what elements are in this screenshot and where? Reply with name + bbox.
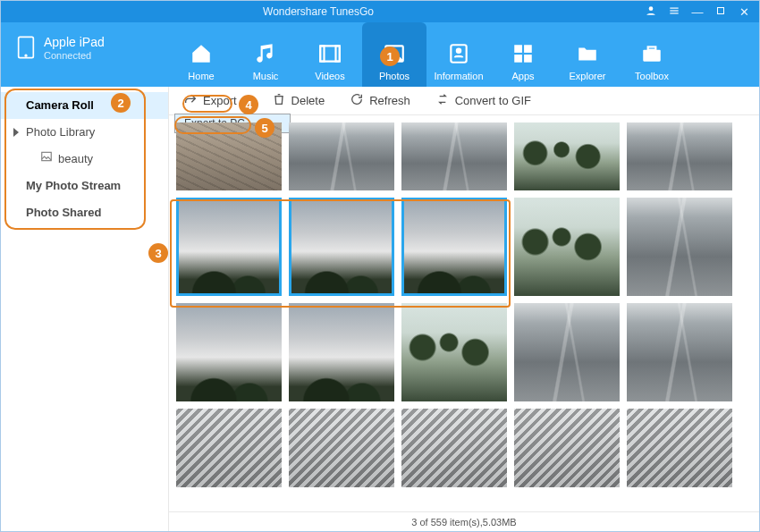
photo-thumb[interactable] xyxy=(289,122,394,190)
svg-point-16 xyxy=(457,49,460,53)
sidebar-item-my-photo-stream[interactable]: My Photo Stream xyxy=(1,173,168,199)
chevron-down-icon: ▾ xyxy=(242,97,247,106)
ipad-icon xyxy=(17,35,35,63)
svg-rect-17 xyxy=(514,45,522,53)
svg-rect-9 xyxy=(336,46,340,61)
tab-label: Music xyxy=(253,71,279,81)
tab-home[interactable]: Home xyxy=(169,22,233,87)
photo-thumb[interactable] xyxy=(514,198,620,296)
tab-label: Videos xyxy=(315,71,344,81)
chevron-right-icon xyxy=(13,128,19,137)
photo-thumb[interactable] xyxy=(627,122,732,190)
svg-point-6 xyxy=(25,55,27,56)
photo-thumb[interactable] xyxy=(401,303,507,401)
photo-thumb[interactable] xyxy=(289,303,394,401)
photo-thumb[interactable] xyxy=(176,409,282,487)
refresh-label: Refresh xyxy=(369,94,410,107)
tab-explorer[interactable]: Explorer xyxy=(555,22,620,87)
photo-thumb[interactable] xyxy=(176,122,282,190)
photo-thumb[interactable] xyxy=(514,409,620,487)
tab-information[interactable]: Information xyxy=(426,22,491,87)
body: Camera Roll Photo Library beauty My Phot… xyxy=(1,87,759,531)
titlebar: Wondershare TunesGo — ✕ xyxy=(1,1,759,22)
photo-thumb[interactable] xyxy=(627,303,732,401)
svg-rect-22 xyxy=(648,46,656,49)
export-label: Export xyxy=(203,94,237,107)
svg-rect-20 xyxy=(524,55,532,63)
sidebar-item-label: Photo Library xyxy=(26,125,95,139)
close-button[interactable]: ✕ xyxy=(738,5,750,19)
photo-thumb-selected[interactable] xyxy=(176,198,282,296)
picture-icon xyxy=(40,146,53,173)
sidebar-item-photo-library[interactable]: Photo Library xyxy=(1,119,168,146)
sidebar-item-label: beauty xyxy=(58,146,93,173)
sidebar-item-label: My Photo Stream xyxy=(26,179,121,192)
refresh-button[interactable]: Refresh xyxy=(346,90,414,111)
delete-label: Delete xyxy=(291,94,325,107)
photo-thumb-selected[interactable] xyxy=(401,198,507,296)
photo-thumb[interactable] xyxy=(514,303,620,401)
photo-thumb[interactable] xyxy=(401,122,507,190)
maximize-button[interactable] xyxy=(714,5,727,19)
svg-rect-18 xyxy=(524,45,532,53)
svg-rect-19 xyxy=(514,55,522,63)
tab-label: Information xyxy=(434,71,483,81)
sidebar-item-camera-roll[interactable]: Camera Roll xyxy=(1,92,168,119)
tab-label: Toolbox xyxy=(635,71,669,81)
photo-thumb[interactable] xyxy=(289,409,394,487)
tab-apps[interactable]: Apps xyxy=(491,22,555,87)
main: Export ▾ Delete Refresh Convert to GIF xyxy=(169,87,759,531)
export-button[interactable]: Export ▾ xyxy=(180,90,250,111)
svg-rect-1 xyxy=(670,7,678,8)
device-name: Apple iPad xyxy=(44,35,105,50)
information-icon xyxy=(447,38,470,69)
status-text: 3 of 559 item(s),5.03MB xyxy=(411,517,516,528)
home-icon xyxy=(190,38,213,69)
svg-point-14 xyxy=(390,50,393,54)
device-status: Connected xyxy=(44,50,105,62)
navbar: Apple iPad Connected Home Music Videos P… xyxy=(1,22,759,87)
photo-thumb[interactable] xyxy=(514,122,620,190)
svg-rect-21 xyxy=(643,50,661,62)
window-controls: — ✕ xyxy=(636,4,759,20)
convert-gif-button[interactable]: Convert to GIF xyxy=(432,90,535,111)
convert-icon xyxy=(435,92,450,109)
device-panel[interactable]: Apple iPad Connected xyxy=(1,22,169,87)
photo-grid xyxy=(169,115,759,511)
svg-rect-8 xyxy=(320,46,324,61)
sidebar-item-beauty[interactable]: beauty xyxy=(1,146,168,173)
statusbar: 3 of 559 item(s),5.03MB xyxy=(169,511,759,531)
delete-icon xyxy=(272,92,286,109)
tab-videos[interactable]: Videos xyxy=(298,22,362,87)
user-icon[interactable] xyxy=(645,4,657,20)
tab-label: Photos xyxy=(379,71,410,81)
photo-thumb[interactable] xyxy=(627,409,732,487)
svg-point-0 xyxy=(649,6,654,11)
tab-label: Apps xyxy=(511,71,534,81)
app-title: Wondershare TunesGo xyxy=(1,5,636,18)
photo-thumb[interactable] xyxy=(176,303,282,401)
sidebar: Camera Roll Photo Library beauty My Phot… xyxy=(1,87,169,531)
svg-rect-3 xyxy=(670,13,678,13)
music-icon xyxy=(254,38,277,69)
convert-label: Convert to GIF xyxy=(455,94,531,107)
delete-button[interactable]: Delete xyxy=(268,90,329,111)
photo-thumb[interactable] xyxy=(627,198,732,296)
tab-toolbox[interactable]: Toolbox xyxy=(620,22,684,87)
photo-thumb[interactable] xyxy=(401,409,507,487)
sidebar-item-label: Camera Roll xyxy=(26,98,94,112)
sidebar-item-photo-shared[interactable]: Photo Shared xyxy=(1,199,168,226)
toolbar: Export ▾ Delete Refresh Convert to GIF xyxy=(169,87,759,115)
videos-icon xyxy=(318,38,342,69)
tab-music[interactable]: Music xyxy=(233,22,298,87)
explorer-icon xyxy=(576,38,599,69)
sidebar-item-label: Photo Shared xyxy=(26,206,102,219)
menu-icon[interactable] xyxy=(668,4,680,20)
main-tabs: Home Music Videos Photos Information App… xyxy=(169,22,759,87)
tab-label: Home xyxy=(188,71,214,81)
minimize-button[interactable]: — xyxy=(691,5,704,19)
tab-photos[interactable]: Photos xyxy=(362,22,426,87)
photo-thumb-selected[interactable] xyxy=(289,198,394,296)
svg-rect-7 xyxy=(320,46,340,61)
svg-rect-2 xyxy=(670,10,678,11)
